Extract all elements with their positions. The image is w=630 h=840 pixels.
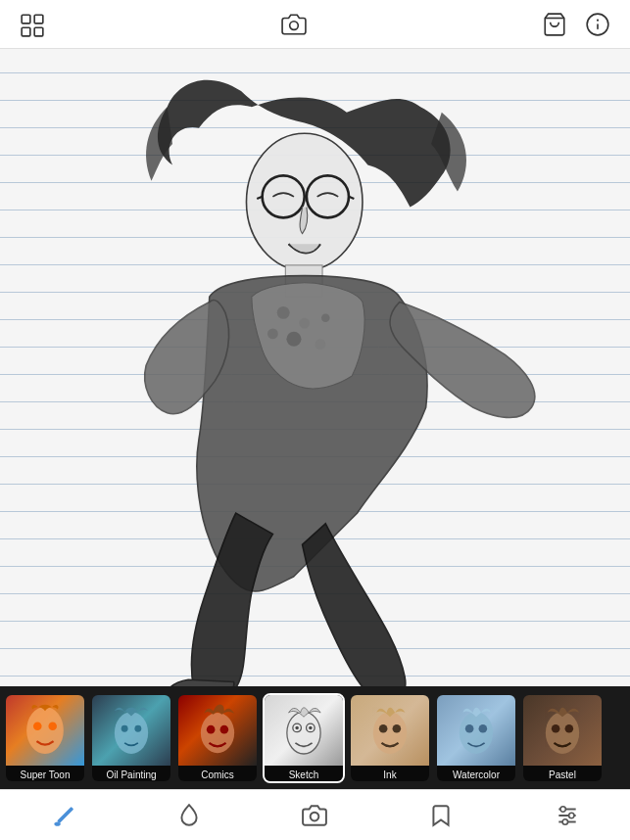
svg-point-43 [552,724,560,733]
filter-face-super-toon [6,695,84,766]
filter-face-watercolor [437,695,515,766]
cart-button[interactable] [540,10,569,39]
svg-point-29 [207,724,216,733]
svg-rect-3 [34,27,43,36]
svg-point-41 [479,724,488,733]
camera-tool-button[interactable] [297,798,332,833]
filter-face-ink [351,695,429,766]
svg-point-51 [562,818,567,823]
filter-thumb-super-toon [6,695,84,766]
svg-point-17 [299,318,310,329]
filter-thumb-ink [351,695,429,766]
filter-strip: Super Toon Oil Painting Comics Sketch In… [0,686,630,789]
svg-point-26 [121,724,128,731]
svg-point-37 [379,724,388,733]
filter-item-super-toon[interactable]: Super Toon [4,693,86,783]
svg-point-35 [309,725,312,728]
brush-tool-button[interactable] [45,798,80,833]
filter-thumb-comics [178,695,257,766]
svg-point-21 [267,329,278,340]
svg-point-38 [393,724,402,733]
svg-rect-2 [22,27,30,36]
camera-button[interactable] [279,10,309,39]
svg-point-34 [295,725,298,728]
filter-label-oil-painting: Oil Painting [92,766,170,783]
gallery-button[interactable] [18,10,47,39]
filter-thumb-sketch [265,695,343,766]
filter-item-oil-painting[interactable]: Oil Painting [90,693,172,783]
svg-point-16 [277,306,290,319]
svg-point-49 [560,806,565,811]
filter-label-pastel: Pastel [523,766,602,783]
svg-rect-0 [22,15,30,23]
filter-item-watercolor[interactable]: Watercolor [435,693,517,783]
main-image [0,49,630,703]
filter-thumb-pastel [523,695,602,766]
svg-point-31 [287,712,320,754]
svg-point-4 [289,21,298,29]
svg-point-44 [565,724,574,733]
bottom-toolbar [0,789,630,840]
drop-tool-button[interactable] [171,798,207,833]
svg-point-40 [465,724,474,733]
filter-item-pastel[interactable]: Pastel [521,693,604,783]
filter-label-sketch: Sketch [265,766,343,783]
filter-label-watercolor: Watercolor [437,766,515,783]
svg-point-18 [321,313,330,322]
svg-point-19 [286,332,301,347]
info-button[interactable] [583,10,612,39]
svg-point-23 [33,722,42,730]
filter-face-sketch [265,695,343,766]
svg-point-50 [568,813,573,817]
filter-label-ink: Ink [351,766,429,783]
svg-point-45 [311,812,319,820]
svg-rect-1 [34,15,43,23]
svg-point-42 [546,712,579,754]
svg-point-22 [26,707,64,754]
filter-face-comics [178,695,257,766]
svg-point-25 [115,712,148,754]
svg-point-36 [373,712,407,754]
filter-item-comics[interactable]: Comics [176,693,259,783]
svg-point-20 [315,339,326,350]
filter-item-ink[interactable]: Ink [349,693,431,783]
filter-thumb-watercolor [437,695,515,766]
sketch-figure [0,49,630,703]
filter-item-sketch[interactable]: Sketch [263,693,345,783]
top-toolbar [0,0,630,49]
svg-point-39 [460,712,493,754]
svg-point-30 [220,724,229,733]
filter-label-super-toon: Super Toon [6,766,84,783]
filter-label-comics: Comics [178,766,257,783]
filter-face-oil-painting [92,695,170,766]
bookmark-tool-button[interactable] [423,798,459,833]
filter-thumb-oil-painting [92,695,170,766]
sliders-tool-button[interactable] [550,798,585,833]
svg-point-27 [134,724,141,731]
filter-face-pastel [523,695,602,766]
svg-point-24 [48,722,57,730]
